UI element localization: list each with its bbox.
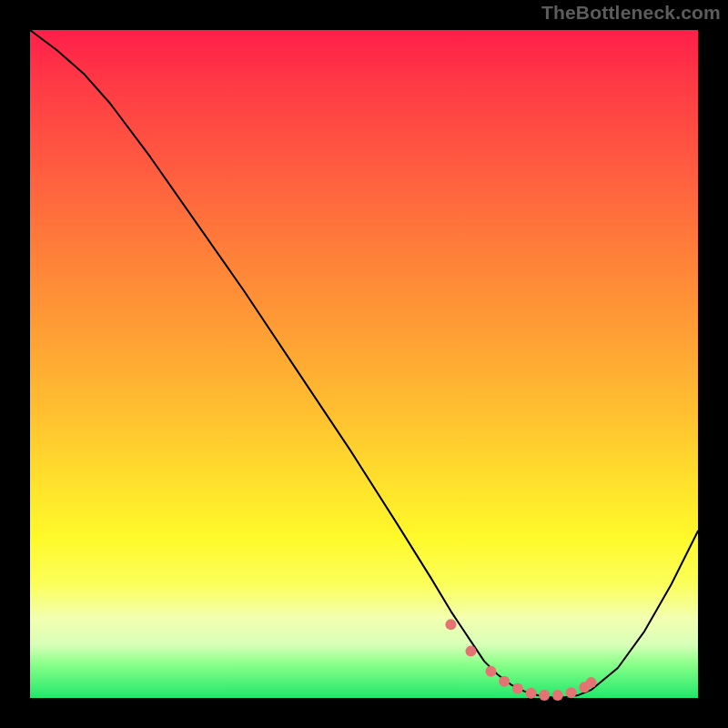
highlight-dot [485,666,496,677]
highlight-dot [552,690,563,701]
bottleneck-curve [30,30,698,697]
highlight-dot [465,646,476,657]
watermark-text: TheBottleneck.com [541,2,721,24]
plot-area [30,30,698,698]
highlight-dot [512,683,523,694]
highlight-dot [566,687,577,698]
curve-layer [30,30,698,698]
highlight-dot [586,677,597,688]
highlight-dot [445,619,456,630]
highlight-dot [526,688,537,699]
highlight-dot [499,676,510,687]
chart-frame: TheBottleneck.com [0,0,728,728]
highlight-dot [539,690,550,701]
